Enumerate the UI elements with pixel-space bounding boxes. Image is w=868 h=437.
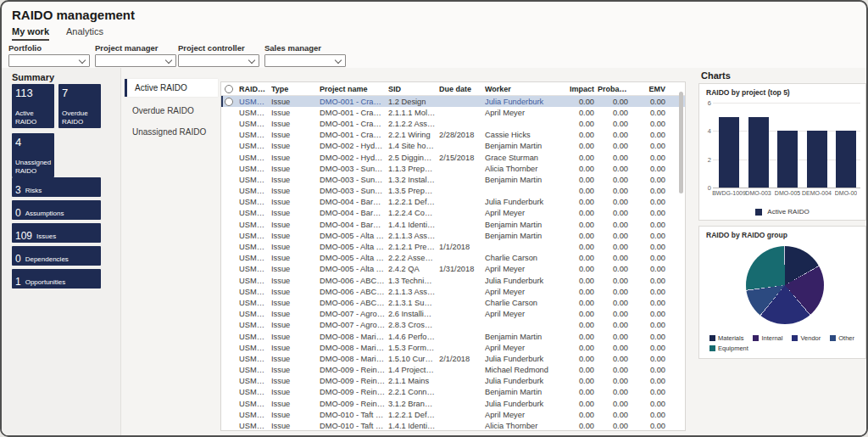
cell-worker[interactable]: April Meyer (485, 344, 564, 352)
project-manager-dropdown[interactable] (95, 54, 176, 67)
table-row[interactable]: USMF-00...IssueDMO-006 - ABC Consulting1… (221, 275, 685, 286)
table-row[interactable]: USMF-00...IssueDMO-002 - Hydro Tech1.4 S… (221, 141, 685, 152)
cell-worker[interactable]: Julia Funderburk (485, 355, 564, 363)
cell-id[interactable]: USMF-00... (239, 265, 271, 273)
cell-project[interactable]: DMO-004 - Barnes & Co (320, 221, 388, 229)
cell-worker[interactable]: Benjamin Martin (485, 176, 564, 184)
table-row[interactable]: USMF-00...IssueDMO-001 - Crane & Son2.1.… (221, 118, 685, 129)
cell-id[interactable]: USMF-00... (239, 254, 271, 262)
row-radio-cell[interactable] (225, 98, 239, 106)
cell-id[interactable]: USMF-00... (239, 221, 271, 229)
cell-id[interactable]: USMF-00... (239, 355, 271, 363)
cell-project[interactable]: DMO-005 - Alta Tech (320, 265, 388, 273)
cell-worker[interactable]: Charlie Carson (485, 254, 564, 262)
header-emv[interactable]: EMV (632, 85, 674, 93)
table-row[interactable]: USMF-00...IssueDMO-005 - Alta Tech2.1.1.… (221, 230, 685, 241)
cell-id[interactable]: USMF-00... (239, 109, 271, 117)
cell-worker[interactable]: Benjamin Martin (485, 232, 564, 240)
header-radio-cell[interactable] (225, 85, 239, 93)
cell-worker[interactable]: Julia Funderburk (485, 400, 564, 408)
cell-id[interactable]: USMF-00... (239, 154, 271, 162)
cell-worker[interactable]: April Meyer (485, 265, 564, 273)
cell-worker[interactable]: Julia Funderburk (485, 98, 564, 106)
cell-worker[interactable]: Alicia Thornber (485, 422, 564, 430)
header-due-date[interactable]: Due date (439, 85, 485, 93)
cell-project[interactable]: DMO-001 - Crane & Son (320, 120, 388, 128)
header-sid[interactable]: SID (388, 85, 439, 93)
table-row[interactable]: USMF-00...IssueDMO-005 - Alta Tech2.2.2 … (221, 253, 685, 264)
tile-overdue-raido[interactable]: 7 Overdue RAIDO (58, 84, 101, 128)
table-row[interactable]: USMF-00...IssueDMO-001 - Crane & Son1.2 … (221, 96, 685, 107)
cell-id[interactable]: USMF-00... (239, 165, 271, 173)
cell-id[interactable]: USMF-00... (239, 243, 271, 251)
cell-id[interactable]: USMF-00... (239, 422, 271, 430)
cell-id[interactable]: USMF-00... (239, 131, 271, 139)
cell-project[interactable]: DMO-008 - Marinda Limit... (320, 355, 388, 363)
list-tab-overdue-raido[interactable]: Overdue RAIDO (125, 102, 218, 120)
cell-worker[interactable]: April Meyer (485, 109, 564, 117)
table-row[interactable]: USMF-00...IssueDMO-008 - Marinda Limit..… (221, 353, 685, 364)
table-row[interactable]: USMF-00...IssueDMO-008 - Marinda Limit..… (221, 331, 685, 342)
cell-project[interactable]: DMO-009 - Reinhart Inc. (320, 366, 388, 374)
cell-id[interactable]: USMF-00... (239, 310, 271, 318)
header-probability[interactable]: Probability (598, 85, 632, 93)
cell-project[interactable]: DMO-003 - Sunrise Indus... (320, 165, 388, 173)
cell-project[interactable]: DMO-005 - Alta Tech (320, 232, 388, 240)
tile-assumptions[interactable]: 0 Assumptions (12, 200, 101, 220)
cell-project[interactable]: DMO-004 - Barnes & Co (320, 209, 388, 217)
cell-worker[interactable]: Julia Funderburk (485, 198, 564, 206)
cell-project[interactable]: DMO-010 - Taft Securities (320, 411, 388, 419)
table-row[interactable]: USMF-00...IssueDMO-003 - Sunrise Indus..… (221, 174, 685, 185)
table-row[interactable]: USMF-00...IssueDMO-007 - Agro Design I..… (221, 309, 685, 320)
table-row[interactable]: USMF-00...IssueDMO-008 - Marinda Limit..… (221, 342, 685, 353)
cell-worker[interactable]: Julia Funderburk (485, 277, 564, 285)
cell-project[interactable]: DMO-009 - Reinhart Inc. (320, 377, 388, 385)
table-row[interactable]: USMF-00...IssueDMO-002 - Hydro Tech2.5 D… (221, 152, 685, 163)
cell-project[interactable]: DMO-005 - Alta Tech (320, 243, 388, 251)
cell-project[interactable]: DMO-007 - Agro Design I... (320, 321, 388, 329)
cell-project[interactable]: DMO-006 - ABC Consulting (320, 277, 388, 285)
cell-id[interactable]: USMF-00... (239, 232, 271, 240)
table-row[interactable]: USMF-00...IssueDMO-009 - Reinhart Inc.1.… (221, 365, 685, 376)
table-row[interactable]: USMF-00...IssueDMO-006 - ABC Consulting2… (221, 297, 685, 308)
portfolio-dropdown[interactable] (8, 54, 90, 67)
cell-worker[interactable]: April Meyer (485, 310, 564, 318)
table-row[interactable]: USMF-00...IssueDMO-010 - Taft Securities… (221, 420, 685, 431)
cell-project[interactable]: DMO-008 - Marinda Limit... (320, 333, 388, 341)
sales-manager-dropdown[interactable] (264, 54, 346, 67)
header-type[interactable]: Type (271, 85, 320, 93)
header-impact[interactable]: Impact (564, 85, 598, 93)
table-row[interactable]: USMF-00...IssueDMO-006 - ABC Consulting2… (221, 286, 685, 297)
tab-my-work[interactable]: My work (12, 26, 49, 41)
cell-worker[interactable]: Alicia Thornber (485, 165, 564, 173)
cell-worker[interactable]: Benjamin Martin (485, 221, 564, 229)
header-project-name[interactable]: Project name (320, 85, 388, 93)
cell-id[interactable]: USMF-00... (239, 377, 271, 385)
header-worker[interactable]: Worker (485, 85, 564, 93)
tile-active-raido[interactable]: 113 Active RAIDO (12, 84, 54, 128)
table-row[interactable]: USMF-00...IssueDMO-004 - Barnes & Co1.2.… (221, 197, 685, 208)
cell-id[interactable]: USMF-00... (239, 288, 271, 296)
tab-analytics[interactable]: Analytics (66, 26, 103, 41)
header-raido-id[interactable]: RAIDO ...↑ (239, 85, 271, 93)
project-controller-dropdown[interactable] (178, 54, 259, 67)
cell-project[interactable]: DMO-009 - Reinhart Inc. (320, 388, 388, 396)
table-row[interactable]: USMF-00...IssueDMO-010 - Taft Securities… (221, 409, 685, 420)
cell-project[interactable]: DMO-002 - Hydro Tech (320, 142, 388, 150)
cell-id[interactable]: USMF-00... (239, 187, 271, 195)
cell-project[interactable]: DMO-001 - Crane & Son (320, 98, 388, 106)
cell-project[interactable]: DMO-008 - Marinda Limit... (320, 344, 388, 352)
cell-project[interactable]: DMO-006 - ABC Consulting (320, 299, 388, 307)
cell-worker[interactable]: Michael Redmond (485, 366, 564, 374)
cell-id[interactable]: USMF-00... (239, 299, 271, 307)
cell-id[interactable]: USMF-00... (239, 344, 271, 352)
cell-worker[interactable]: Grace Sturman (485, 154, 564, 162)
cell-id[interactable]: USMF-00... (239, 321, 271, 329)
cell-project[interactable]: DMO-006 - ABC Consulting (320, 288, 388, 296)
tile-dependencies[interactable]: 0 Dependencies (12, 246, 101, 266)
cell-id[interactable]: USMF-00... (239, 388, 271, 396)
cell-id[interactable]: USMF-00... (239, 142, 271, 150)
cell-worker[interactable]: Cassie Hicks (485, 131, 564, 139)
cell-project[interactable]: DMO-004 - Barnes & Co (320, 198, 388, 206)
cell-worker[interactable]: Charlie Carson (485, 299, 564, 307)
